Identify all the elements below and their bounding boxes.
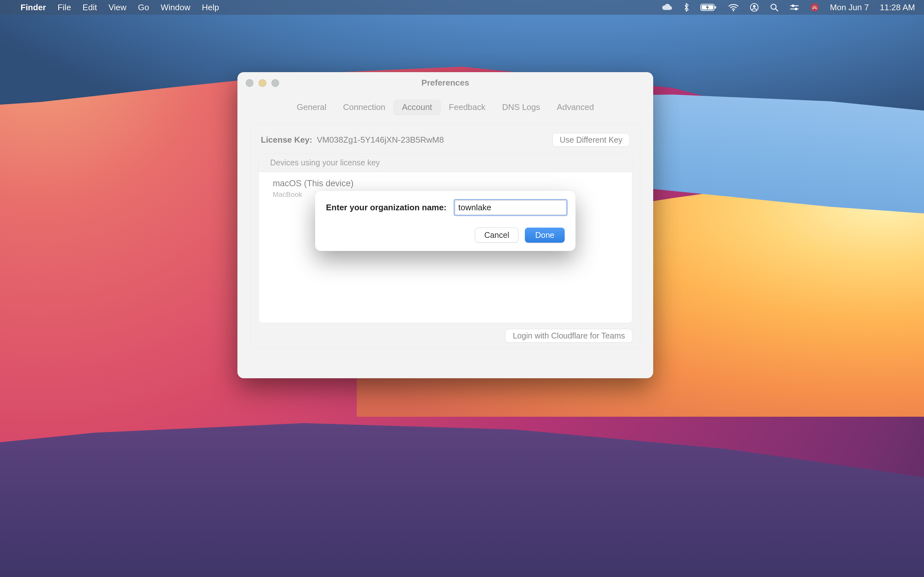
- spotlight-icon[interactable]: [770, 3, 779, 12]
- svg-point-9: [792, 5, 795, 7]
- wifi-icon[interactable]: [728, 3, 739, 11]
- svg-point-3: [733, 10, 734, 11]
- menu-go[interactable]: Go: [138, 3, 149, 13]
- menubar-time[interactable]: 11:28 AM: [880, 3, 915, 13]
- organization-name-sheet: Enter your organization name: Cancel Don…: [315, 191, 575, 251]
- desktop: Finder File Edit View Go Window Help: [0, 0, 924, 577]
- warp-icon[interactable]: [810, 3, 819, 12]
- menu-window[interactable]: Window: [161, 3, 190, 13]
- done-button[interactable]: Done: [525, 227, 565, 243]
- svg-point-11: [795, 8, 797, 10]
- menu-bar: Finder File Edit View Go Window Help: [0, 0, 924, 15]
- menu-bar-left: Finder File Edit View Go Window Help: [9, 3, 219, 13]
- control-center-icon[interactable]: [790, 3, 799, 11]
- sheet-container: Enter your organization name: Cancel Don…: [237, 72, 653, 378]
- menu-help[interactable]: Help: [202, 3, 219, 13]
- app-menu[interactable]: Finder: [21, 3, 46, 13]
- menu-bar-right: Mon Jun 7 11:28 AM: [661, 3, 915, 13]
- organization-name-input[interactable]: [455, 200, 566, 215]
- menubar-date[interactable]: Mon Jun 7: [830, 3, 869, 13]
- menu-edit[interactable]: Edit: [82, 3, 97, 13]
- svg-point-5: [753, 5, 756, 8]
- user-icon[interactable]: [750, 3, 759, 12]
- svg-rect-1: [715, 6, 716, 9]
- bluetooth-icon[interactable]: [684, 3, 690, 12]
- svg-line-7: [775, 9, 778, 11]
- cancel-button[interactable]: Cancel: [475, 227, 519, 243]
- cloud-icon[interactable]: [661, 3, 673, 11]
- preferences-window: Preferences General Connection Account F…: [237, 72, 653, 378]
- menu-view[interactable]: View: [108, 3, 126, 13]
- battery-icon[interactable]: [700, 3, 717, 11]
- organization-name-label: Enter your organization name:: [326, 203, 447, 213]
- menu-file[interactable]: File: [57, 3, 71, 13]
